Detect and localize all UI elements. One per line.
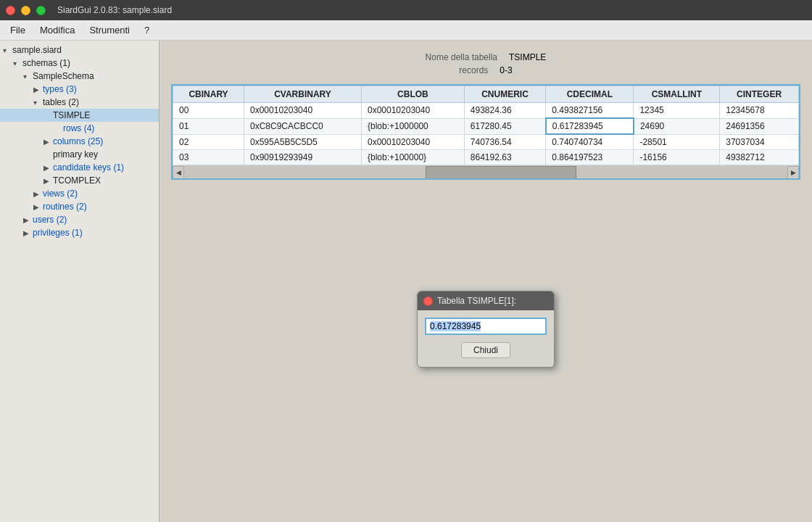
table-cell[interactable]: 740736.54 (464, 134, 545, 150)
scroll-track[interactable] (184, 166, 787, 179)
sidebar-label-sampleschema: SampleSchema (33, 71, 154, 81)
dialog-value-input[interactable] (425, 318, 547, 335)
sidebar-label-schemas: schemas (1) (22, 58, 154, 68)
sidebar-item-tsimple[interactable]: TSIMPLE (0, 109, 159, 122)
tree-arrow-users: ▶ (23, 216, 30, 224)
table-row: 030x90919293949{blob:+100000}864192.630.… (173, 150, 799, 165)
table-cell[interactable]: 12345678 (720, 103, 799, 119)
sidebar-label-views: views (2) (43, 188, 154, 199)
table-cell[interactable]: 0.493827156 (546, 103, 634, 119)
table-cell[interactable]: {blob:+1000000 (361, 118, 464, 134)
scroll-right-arrow[interactable]: ▶ (787, 166, 799, 179)
col-header-cblob[interactable]: CBLOB (361, 86, 464, 103)
tree-arrow-tcomplex: ▶ (44, 177, 51, 185)
tree-arrow-columns: ▶ (44, 138, 51, 146)
sidebar-label-tcomplex: TCOMPLEX (53, 175, 154, 186)
table-cell[interactable]: -28501 (634, 134, 720, 150)
menu-modifica[interactable]: Modifica (33, 22, 82, 38)
horizontal-scrollbar[interactable]: ◀ ▶ (173, 165, 799, 178)
table-cell[interactable]: 617280.45 (464, 118, 545, 134)
table-cell[interactable]: 49382712 (720, 150, 799, 165)
menu-file[interactable]: File (3, 22, 33, 38)
sidebar-item-views[interactable]: ▶views (2) (0, 187, 159, 200)
table-cell[interactable]: -16156 (634, 150, 720, 165)
table-cell[interactable]: 02 (173, 134, 244, 150)
col-header-csmallint[interactable]: CSMALLINT (634, 86, 720, 103)
sidebar-item-tcomplex[interactable]: ▶TCOMPLEX (0, 174, 159, 187)
menu-strumenti[interactable]: Strumenti (82, 22, 137, 38)
close-button[interactable] (6, 6, 15, 15)
sidebar-item-privileges[interactable]: ▶privileges (1) (0, 226, 159, 239)
tree-arrow-types: ▶ (33, 86, 41, 94)
sidebar-label-rows: rows (4) (63, 123, 154, 133)
sidebar-label-tsimple: TSIMPLE (53, 110, 154, 120)
sidebar-item-tables[interactable]: ▾tables (2) (0, 96, 159, 109)
scroll-thumb[interactable] (426, 166, 576, 179)
table-cell[interactable]: {blob:+100000} (361, 150, 464, 165)
sidebar-label-privileges: privileges (1) (33, 228, 154, 238)
table-cell[interactable]: 24691356 (720, 118, 799, 134)
col-header-cvarbinary[interactable]: CVARBINARY (244, 86, 362, 103)
table-cell[interactable]: 0x00010203040 (361, 103, 464, 119)
nome-label: Nome della tabella (426, 52, 497, 62)
table-cell[interactable]: 0.864197523 (546, 150, 634, 165)
sidebar-item-primary-key[interactable]: primary key (0, 148, 159, 161)
table-cell[interactable]: 0x90919293949 (244, 150, 362, 165)
table-row: 020x595A5B5C5D50x00010203040740736.540.7… (173, 134, 799, 150)
table-cell[interactable]: 0.740740734 (546, 134, 634, 150)
sidebar-item-columns[interactable]: ▶columns (25) (0, 135, 159, 148)
menubar: File Modifica Strumenti ? (0, 20, 812, 41)
sidebar-label-primary-key: primary key (53, 149, 154, 160)
tree-arrow-sampleschema: ▾ (23, 72, 30, 80)
sidebar-item-users[interactable]: ▶users (2) (0, 213, 159, 226)
col-header-cinteger[interactable]: CINTEGER (720, 86, 799, 103)
window-title: SiardGui 2.0.83: sample.siard (57, 5, 172, 15)
tree-arrow-candidate-keys: ▶ (44, 164, 51, 172)
table-cell[interactable]: 0x00010203040 (244, 103, 362, 119)
nome-value: TSIMPLE (509, 52, 546, 62)
sidebar-item-sampleschema[interactable]: ▾SampleSchema (0, 70, 159, 83)
sidebar-label-sample-siard: sample.siard (12, 45, 154, 55)
main-layout: ▾sample.siard▾schemas (1)▾SampleSchema▶t… (0, 41, 812, 522)
content-area: Nome della tabella TSIMPLE records 0-3 C… (160, 41, 812, 522)
sidebar-item-types[interactable]: ▶types (3) (0, 83, 159, 96)
table-row: 000x000102030400x00010203040493824.360.4… (173, 103, 799, 119)
table-cell[interactable]: 0.617283945 (546, 118, 634, 134)
table-cell[interactable]: 03 (173, 150, 244, 165)
tree-arrow-tables: ▾ (33, 99, 41, 107)
table-cell[interactable]: 12345 (634, 103, 720, 119)
menu-help[interactable]: ? (137, 22, 157, 38)
data-table-wrapper: CBINARYCVARBINARYCBLOBCNUMERICCDECIMALCS… (171, 84, 800, 180)
sidebar-label-candidate-keys: candidate keys (1) (53, 162, 154, 173)
sidebar-item-routines[interactable]: ▶routines (2) (0, 200, 159, 213)
dialog-body: Chiudi (418, 310, 554, 367)
tree-arrow-routines: ▶ (33, 203, 41, 211)
col-header-cnumeric[interactable]: CNUMERIC (464, 86, 545, 103)
table-cell[interactable]: 00 (173, 103, 244, 119)
col-header-cbinary[interactable]: CBINARY (173, 86, 244, 103)
table-info: Nome della tabella TSIMPLE records 0-3 (171, 52, 800, 75)
tree-arrow-privileges: ▶ (23, 229, 30, 237)
table-cell[interactable]: 864192.63 (464, 150, 545, 165)
dialog-close-icon[interactable] (423, 297, 433, 306)
dialog-chiudi-button[interactable]: Chiudi (461, 342, 510, 358)
cell-dialog: Tabella TSIMPLE[1]: Chiudi (417, 291, 555, 368)
table-cell[interactable]: 01 (173, 118, 244, 134)
table-cell[interactable]: 0xC8C9CACBCC0 (244, 118, 362, 134)
tree-arrow-views: ▶ (33, 190, 41, 198)
sidebar-item-candidate-keys[interactable]: ▶candidate keys (1) (0, 161, 159, 174)
table-cell[interactable]: 37037034 (720, 134, 799, 150)
scroll-left-arrow[interactable]: ◀ (173, 166, 184, 179)
table-cell[interactable]: 0x00010203040 (361, 134, 464, 150)
dialog-titlebar: Tabella TSIMPLE[1]: (418, 291, 554, 310)
records-label: records (459, 65, 488, 75)
minimize-button[interactable] (21, 6, 30, 15)
maximize-button[interactable] (36, 6, 46, 15)
sidebar-item-schemas[interactable]: ▾schemas (1) (0, 57, 159, 70)
table-cell[interactable]: 0x595A5B5C5D5 (244, 134, 362, 150)
table-cell[interactable]: 24690 (634, 118, 720, 134)
sidebar-item-sample-siard[interactable]: ▾sample.siard (0, 44, 159, 57)
table-cell[interactable]: 493824.36 (464, 103, 545, 119)
col-header-cdecimal[interactable]: CDECIMAL (546, 86, 634, 103)
sidebar-item-rows[interactable]: rows (4) (0, 122, 159, 135)
